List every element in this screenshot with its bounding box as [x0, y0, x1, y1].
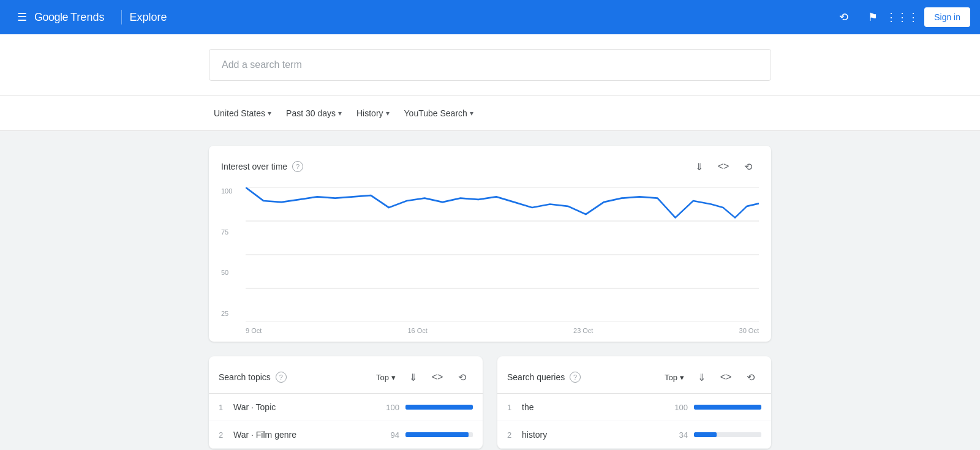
source-chevron-icon: ▾ — [470, 109, 473, 118]
row-bar-container — [694, 432, 761, 437]
interest-embed-button[interactable]: <> — [712, 156, 734, 178]
content-area: Interest over time ? ⇓ <> ⟲ — [199, 131, 781, 450]
explore-label: Explore — [129, 11, 167, 24]
y-label-75: 75 — [221, 228, 232, 236]
search-topics-share-icon: ⟲ — [458, 372, 466, 383]
search-topics-list: 1 War · Topic 100 2 War · Film genre 94 — [209, 394, 483, 449]
share-button[interactable]: ⟲ — [831, 5, 856, 29]
search-input-wrapper[interactable]: Add a search term — [209, 49, 771, 81]
logo-trends: Trends — [70, 11, 104, 24]
search-topics-top-label: Top — [376, 373, 389, 382]
table-row: 1 the 100 — [497, 394, 771, 421]
row-bar — [694, 405, 761, 410]
table-row: 2 War · Film genre 94 — [209, 421, 483, 449]
region-label: United States — [214, 108, 265, 118]
row-bar — [694, 432, 717, 437]
source-filter[interactable]: YouTube Search ▾ — [399, 105, 478, 122]
search-queries-share-icon: ⟲ — [747, 372, 755, 383]
row-bar-container — [694, 405, 761, 410]
header: ☰ Google Trends Explore ⟲ ⚑ ⋮⋮⋮ Sign in — [0, 0, 980, 34]
interest-card: Interest over time ? ⇓ <> ⟲ — [209, 146, 771, 342]
row-value: 100 — [381, 403, 399, 412]
search-topics-top-dropdown[interactable]: Top ▾ — [372, 370, 399, 384]
search-queries-help-icon[interactable]: ? — [570, 372, 581, 383]
search-queries-top-label: Top — [665, 373, 677, 382]
bottom-cards: Search topics ? Top ▾ ⇓ <> — [209, 356, 771, 449]
feedback-button[interactable]: ⚑ — [861, 5, 885, 29]
row-label: the — [522, 402, 669, 412]
interest-help-icon[interactable]: ? — [292, 161, 303, 172]
search-topics-download-icon: ⇓ — [409, 372, 417, 383]
search-queries-top-dropdown[interactable]: Top ▾ — [661, 370, 688, 384]
category-filter[interactable]: History ▾ — [352, 105, 394, 122]
row-value: 100 — [669, 403, 688, 412]
search-container: Add a search term — [199, 34, 781, 96]
row-label: War · Film genre — [233, 430, 381, 440]
search-placeholder: Add a search term — [222, 59, 302, 70]
logo: Google Trends — [34, 11, 104, 24]
share-icon: ⟲ — [839, 10, 848, 24]
row-bar — [405, 432, 469, 437]
period-chevron-icon: ▾ — [338, 109, 342, 118]
search-topics-download-button[interactable]: ⇓ — [402, 366, 424, 388]
search-topics-card: Search topics ? Top ▾ ⇓ <> — [209, 356, 483, 449]
y-label-50: 50 — [221, 269, 232, 276]
apps-icon: ⋮⋮⋮ — [886, 10, 919, 24]
search-queries-share-button[interactable]: ⟲ — [739, 366, 761, 388]
row-num: 1 — [219, 403, 233, 412]
search-queries-embed-button[interactable]: <> — [715, 366, 737, 388]
x-label-9oct: 9 Oct — [246, 327, 262, 334]
region-chevron-icon: ▾ — [268, 109, 271, 118]
interest-title: Interest over time — [221, 162, 287, 171]
download-icon: ⇓ — [695, 161, 703, 173]
search-topics-embed-button[interactable]: <> — [426, 366, 448, 388]
search-topics-header: Search topics ? Top ▾ ⇓ <> — [209, 356, 483, 394]
source-label: YouTube Search — [404, 108, 467, 118]
search-queries-download-icon: ⇓ — [698, 372, 706, 383]
interest-share-button[interactable]: ⟲ — [737, 156, 759, 178]
category-label: History — [356, 108, 383, 118]
search-topics-controls: Top ▾ ⇓ <> ⟲ — [372, 366, 473, 388]
sign-in-button[interactable]: Sign in — [924, 7, 970, 27]
row-value: 94 — [381, 430, 399, 440]
search-topics-share-button[interactable]: ⟲ — [451, 366, 473, 388]
row-label: War · Topic — [233, 402, 381, 412]
chart-y-labels: 100 75 50 25 — [221, 187, 232, 317]
region-filter[interactable]: United States ▾ — [209, 105, 276, 122]
search-queries-card: Search queries ? Top ▾ ⇓ <> — [497, 356, 771, 449]
header-divider — [121, 10, 122, 24]
apps-button[interactable]: ⋮⋮⋮ — [890, 5, 914, 29]
search-topics-chevron-icon: ▾ — [391, 373, 396, 382]
interest-title-group: Interest over time ? — [221, 161, 303, 172]
search-topics-title: Search topics — [219, 372, 271, 382]
main-content: Add a search term United States ▾ Past 3… — [0, 34, 980, 450]
chart-container: 100 75 50 25 9 — [209, 182, 771, 342]
row-num: 1 — [507, 403, 522, 412]
row-bar — [405, 405, 473, 410]
search-queries-embed-icon: <> — [720, 372, 732, 383]
share-icon: ⟲ — [744, 161, 752, 173]
row-num: 2 — [507, 430, 522, 440]
period-label: Past 30 days — [286, 108, 336, 118]
search-queries-controls: Top ▾ ⇓ <> ⟲ — [661, 366, 761, 388]
period-filter[interactable]: Past 30 days ▾ — [281, 105, 347, 122]
interest-download-button[interactable]: ⇓ — [688, 156, 710, 178]
embed-icon: <> — [718, 161, 729, 172]
search-queries-download-button[interactable]: ⇓ — [690, 366, 712, 388]
y-label-100: 100 — [221, 187, 232, 195]
category-chevron-icon: ▾ — [386, 109, 390, 118]
hamburger-icon: ☰ — [17, 10, 27, 24]
search-topics-help-icon[interactable]: ? — [276, 372, 287, 383]
row-bar-container — [405, 405, 473, 410]
row-num: 2 — [219, 430, 233, 440]
chart-svg — [246, 187, 759, 322]
search-queries-list: 1 the 100 2 history 34 — [497, 394, 771, 449]
table-row: 1 War · Topic 100 — [209, 394, 483, 421]
x-label-30oct: 30 Oct — [739, 327, 759, 334]
header-actions: ⟲ ⚑ ⋮⋮⋮ Sign in — [831, 5, 970, 29]
x-label-16oct: 16 Oct — [407, 327, 427, 334]
table-row: 2 history 34 — [497, 421, 771, 449]
chart-x-labels: 9 Oct 16 Oct 23 Oct 30 Oct — [246, 324, 759, 334]
menu-button[interactable]: ☰ — [10, 5, 34, 29]
interest-card-actions: ⇓ <> ⟲ — [688, 156, 759, 178]
